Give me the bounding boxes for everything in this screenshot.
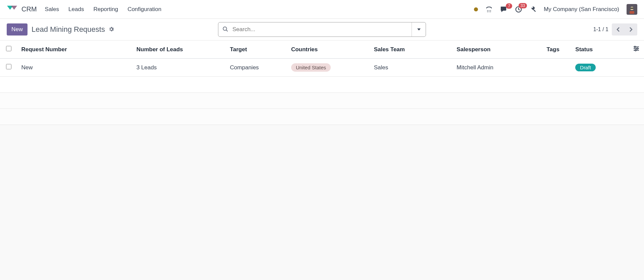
- dialer-icon[interactable]: [485, 6, 493, 13]
- svg-point-19: [637, 48, 638, 49]
- col-tags[interactable]: Tags: [543, 41, 572, 59]
- table-header-row: Request Number Number of Leads Target Co…: [0, 41, 644, 59]
- svg-marker-1: [11, 6, 17, 10]
- svg-rect-12: [630, 11, 634, 14]
- svg-line-14: [226, 30, 228, 31]
- gear-icon[interactable]: [108, 26, 114, 33]
- search-icon: [222, 26, 228, 33]
- svg-point-4: [490, 10, 491, 11]
- empty-row: [0, 77, 644, 93]
- nav-leads[interactable]: Leads: [68, 6, 84, 13]
- topnav-right: 7 33 My Company (San Francisco): [474, 4, 637, 15]
- svg-point-3: [489, 10, 489, 11]
- select-all-checkbox[interactable]: [6, 46, 11, 51]
- top-nav: CRM Sales Leads Reporting Configuration …: [0, 0, 644, 19]
- empty-row: [0, 93, 644, 109]
- country-chip: United States: [291, 63, 331, 72]
- row-checkbox[interactable]: [6, 64, 11, 69]
- svg-point-21: [635, 50, 636, 51]
- app-name[interactable]: CRM: [21, 5, 37, 13]
- pager-prev-button[interactable]: [612, 24, 625, 35]
- svg-point-5: [487, 11, 488, 12]
- activities-icon[interactable]: 33: [515, 6, 522, 13]
- status-dot-icon[interactable]: [474, 7, 478, 11]
- cell-salesperson: Mitchell Admin: [452, 59, 542, 77]
- column-options-icon[interactable]: [629, 41, 644, 59]
- nav-links: Sales Leads Reporting Configuration: [45, 6, 162, 13]
- page-title: Lead Mining Requests: [32, 25, 105, 34]
- cell-request-number: New: [17, 59, 132, 77]
- table-row[interactable]: New 3 Leads Companies United States Sale…: [0, 59, 644, 77]
- app-logo[interactable]: [7, 5, 17, 13]
- search-box: [218, 22, 426, 37]
- svg-point-17: [634, 46, 636, 48]
- cell-sales-team: Sales: [370, 59, 453, 77]
- pager-text[interactable]: 1-1 / 1: [593, 26, 608, 32]
- pager-next-button[interactable]: [625, 24, 637, 35]
- nav-configuration[interactable]: Configuration: [127, 6, 161, 13]
- tools-icon[interactable]: [530, 6, 536, 13]
- company-name[interactable]: My Company (San Francisco): [544, 6, 619, 13]
- col-target[interactable]: Target: [226, 41, 287, 59]
- cell-number-of-leads: 3 Leads: [132, 59, 226, 77]
- col-number-of-leads[interactable]: Number of Leads: [132, 41, 226, 59]
- col-sales-team[interactable]: Sales Team: [370, 41, 453, 59]
- user-avatar[interactable]: [627, 4, 637, 15]
- svg-point-13: [223, 27, 227, 30]
- svg-rect-11: [630, 8, 634, 9]
- cell-target: Companies: [226, 59, 287, 77]
- cell-countries: United States: [287, 59, 370, 77]
- svg-point-6: [489, 11, 489, 12]
- empty-row: [0, 109, 644, 125]
- svg-point-2: [487, 10, 488, 11]
- messages-icon[interactable]: 7: [500, 6, 507, 13]
- search-input[interactable]: [232, 26, 412, 33]
- pager: 1-1 / 1: [593, 23, 637, 36]
- nav-sales[interactable]: Sales: [45, 6, 59, 13]
- col-status[interactable]: Status: [571, 41, 629, 59]
- svg-point-7: [490, 11, 491, 12]
- col-request-number[interactable]: Request Number: [17, 41, 132, 59]
- cell-tags: [543, 59, 572, 77]
- control-bar: New Lead Mining Requests 1-1 / 1: [0, 19, 644, 40]
- col-salesperson[interactable]: Salesperson: [452, 41, 542, 59]
- col-countries[interactable]: Countries: [287, 41, 370, 59]
- status-chip: Draft: [575, 64, 596, 71]
- cell-status: Draft: [571, 59, 629, 77]
- search-dropdown-toggle[interactable]: [412, 22, 426, 37]
- svg-marker-15: [417, 28, 421, 30]
- activities-badge: 33: [519, 3, 527, 8]
- data-table: Request Number Number of Leads Target Co…: [0, 40, 644, 125]
- messages-badge: 7: [506, 3, 512, 9]
- new-button[interactable]: New: [7, 23, 28, 36]
- nav-reporting[interactable]: Reporting: [93, 6, 118, 13]
